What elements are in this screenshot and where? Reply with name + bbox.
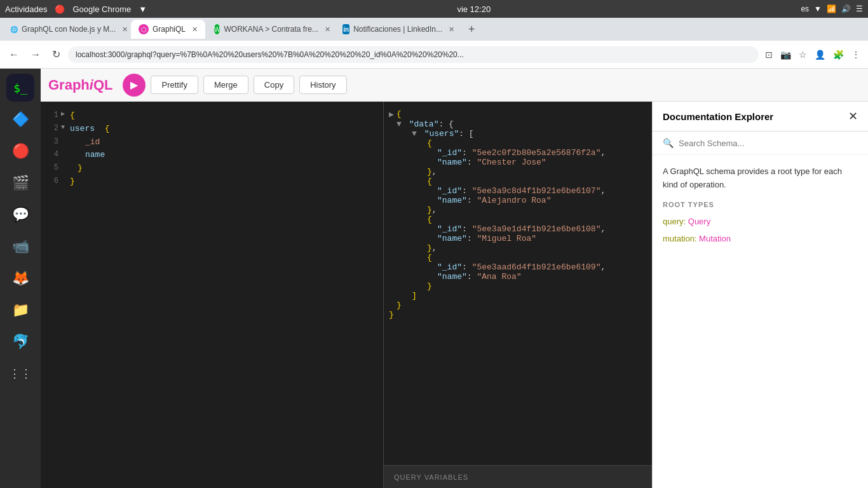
forward-button[interactable]: →: [27, 46, 44, 63]
slack-icon: 💬: [12, 207, 29, 223]
tab-label-3: WORKANA > Contrata fre...: [224, 25, 318, 34]
os-clock: vie 12:20: [457, 4, 491, 14]
activities-label[interactable]: Actividades: [5, 4, 47, 14]
merge-button[interactable]: Merge: [203, 76, 248, 94]
query-line-6: 6 }: [46, 175, 378, 189]
dock-item-mysql[interactable]: 🐬: [6, 328, 34, 356]
result-area: ▶ { ▼ "data": { ▼ "users": [ {: [384, 102, 652, 488]
sound-icon: 🔊: [841, 4, 851, 13]
query-panel[interactable]: 1 ▶ { 2 ▼ users { 3 _id: [41, 102, 384, 488]
app-dock: $_ 🔷 🔴 🎬 💬 📹 🦊 📁: [0, 69, 41, 488]
graphiql-i: i: [90, 77, 93, 93]
doc-query-key: query:: [663, 217, 686, 226]
profile-icon[interactable]: 👤: [812, 47, 828, 62]
vscode-icon: 🔷: [12, 111, 29, 128]
result-triangle-3: ▼: [412, 129, 417, 139]
tab-favicon-1: 🌐: [10, 24, 18, 34]
tab-label-1: GraphQL con Node.js y M...: [22, 25, 116, 34]
system-tray-icon: ☰: [856, 4, 863, 13]
tab-close-3[interactable]: ✕: [325, 25, 330, 34]
zoom-icon: 📹: [12, 238, 29, 255]
reader-mode-icon[interactable]: ⊡: [763, 47, 775, 62]
dock-item-chrome[interactable]: 🔴: [6, 137, 34, 165]
bar-icons: ⊡ 📷 ☆ 👤 🧩 ⋮: [763, 47, 863, 62]
chrome-icon: 🔴: [12, 143, 29, 159]
result-line-open: ▶ {: [389, 109, 647, 119]
result-panel: ▶ { ▼ "data": { ▼ "users": [ {: [384, 102, 652, 465]
tab-close-1[interactable]: ✕: [122, 25, 128, 34]
graphiql-container: GraphiQL ▶ Prettify Merge Copy History 1…: [41, 69, 868, 488]
back-button[interactable]: ←: [5, 46, 23, 63]
dock-item-slack[interactable]: 💬: [6, 201, 34, 229]
screenshot-icon[interactable]: 📷: [778, 47, 794, 62]
doc-mutation-row: mutation: Mutation: [663, 233, 858, 246]
os-app-name[interactable]: Google Chrome: [72, 4, 131, 14]
os-dropdown-icon: ▼: [139, 4, 147, 14]
history-button[interactable]: History: [299, 76, 346, 94]
tab-linkedin[interactable]: in Notificaciones | LinkedIn... ✕: [335, 20, 462, 39]
tab-bar: 🌐 GraphQL con Node.js y M... ✕ ⬡ GraphiQ…: [0, 18, 868, 41]
dock-item-files[interactable]: 📁: [6, 296, 34, 324]
result-triangle-1: ▶: [389, 109, 394, 119]
tab-close-2[interactable]: ✕: [192, 25, 198, 34]
doc-explorer-close-button[interactable]: ✕: [848, 109, 858, 123]
url-input[interactable]: [68, 46, 759, 63]
tab-graphql-nodejs[interactable]: 🌐 GraphQL con Node.js y M... ✕: [3, 20, 130, 39]
search-icon: 🔍: [663, 138, 674, 148]
run-button[interactable]: ▶: [123, 74, 146, 97]
doc-explorer: Documentation Explorer ✕ 🔍 A GraphQL sch…: [652, 102, 868, 488]
files-icon: 📁: [12, 302, 29, 318]
doc-search-bar: 🔍: [653, 132, 868, 155]
doc-mutation-val[interactable]: Mutation: [699, 234, 731, 243]
query-line-4: 4 name: [46, 149, 378, 162]
tab-label-2: GraphiQL: [153, 25, 186, 34]
doc-query-row: query: Query: [663, 215, 858, 229]
doc-explorer-header: Documentation Explorer ✕: [653, 102, 868, 132]
wifi-icon: 📶: [827, 4, 836, 13]
dock-item-video[interactable]: 🎬: [6, 169, 34, 197]
doc-search-input[interactable]: [679, 139, 858, 148]
bookmark-icon[interactable]: ☆: [796, 47, 810, 62]
dock-item-firefox[interactable]: 🦊: [6, 264, 34, 292]
tab-workana[interactable]: W WORKANA > Contrata fre... ✕: [207, 20, 334, 39]
reload-button[interactable]: ↻: [48, 46, 64, 63]
os-bar: Actividades 🔴 Google Chrome ▼ vie 12:20 …: [0, 0, 868, 18]
menu-icon[interactable]: ⋮: [849, 47, 863, 62]
editor-area: 1 ▶ { 2 ▼ users { 3 _id: [41, 102, 868, 488]
doc-explorer-title: Documentation Explorer: [663, 111, 773, 122]
dock-item-vscode[interactable]: 🔷: [6, 105, 34, 133]
query-line-3: 3 _id: [46, 136, 378, 149]
dock-item-terminal[interactable]: $_: [6, 74, 34, 102]
doc-mutation-key: mutation:: [663, 234, 696, 243]
result-user-4: { "_id": "5ee3aad6d4f1b921e6be6109", "na…: [427, 253, 647, 291]
query-line-2: 2 ▼ users {: [46, 123, 378, 136]
doc-body: A GraphQL schema provides a root type fo…: [653, 155, 868, 488]
root-types-label: ROOT TYPES: [663, 200, 858, 211]
tab-favicon-3: W: [214, 24, 220, 34]
query-vars-label: QUERY VARIABLES: [394, 473, 468, 481]
dock-item-zoom[interactable]: 📹: [6, 233, 34, 261]
doc-description: A GraphQL schema provides a root type fo…: [663, 165, 858, 192]
os-bar-left: Actividades 🔴 Google Chrome ▼: [5, 4, 147, 14]
dock-item-apps[interactable]: ⋮⋮: [6, 360, 34, 388]
tab-graphiql[interactable]: ⬡ GraphiQL ✕: [131, 20, 205, 39]
extensions-icon[interactable]: 🧩: [831, 47, 846, 62]
copy-button[interactable]: Copy: [254, 76, 294, 94]
graphiql-logo: GraphiQL: [48, 77, 112, 93]
new-tab-button[interactable]: +: [463, 23, 480, 36]
result-user-2: { "_id": "5ee3a9c8d4f1b921e6be6107", "na…: [427, 177, 647, 215]
mysql-icon: 🐬: [12, 334, 29, 350]
tab-close-4[interactable]: ✕: [449, 25, 454, 34]
main-content: $_ 🔷 🔴 🎬 💬 📹 🦊 📁: [0, 69, 868, 488]
tab-favicon-2: ⬡: [139, 24, 149, 34]
result-triangle-2: ▼: [397, 119, 402, 129]
terminal-icon: $_: [13, 81, 27, 95]
result-data-block: ▼ "data": { ▼ "users": [ { "_id": "5ee2c…: [397, 119, 647, 310]
os-dropdown-icon2: ▼: [814, 4, 822, 13]
graphiql-toolbar: GraphiQL ▶ Prettify Merge Copy History: [41, 69, 868, 102]
query-vars-bar[interactable]: QUERY VARIABLES: [384, 465, 652, 488]
prettify-button[interactable]: Prettify: [151, 76, 198, 94]
result-user-1: { "_id": "5ee2c0f2b80e5a2e56876f2a", "na…: [427, 139, 647, 177]
firefox-icon: 🦊: [12, 270, 29, 287]
doc-query-val[interactable]: Query: [688, 217, 710, 226]
